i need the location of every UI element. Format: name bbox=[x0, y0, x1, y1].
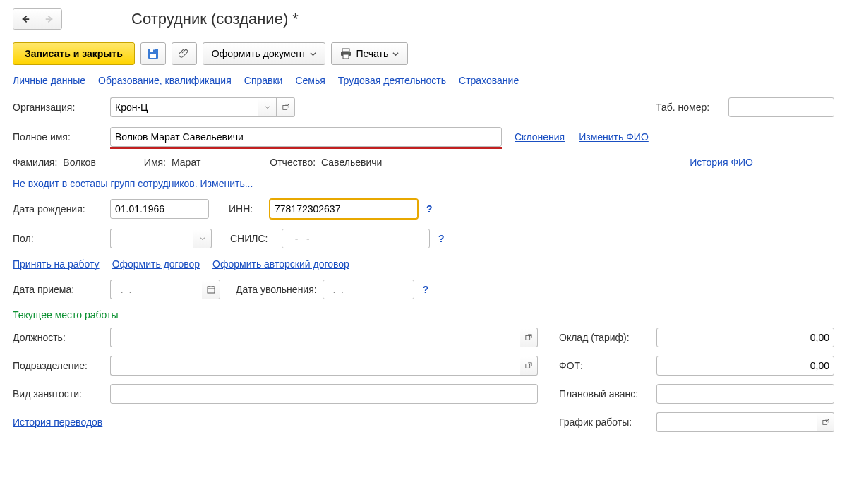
advance-label: Плановый аванс: bbox=[559, 388, 651, 400]
department-combo[interactable] bbox=[110, 356, 538, 376]
inn-help[interactable]: ? bbox=[426, 203, 433, 215]
firedate-label: Дата увольнения: bbox=[236, 284, 317, 295]
svg-rect-6 bbox=[342, 49, 349, 52]
fullname-input[interactable] bbox=[110, 127, 502, 147]
org-label: Организация: bbox=[13, 102, 104, 113]
open-button[interactable] bbox=[817, 412, 834, 432]
svg-rect-4 bbox=[150, 54, 156, 58]
svg-line-17 bbox=[529, 335, 531, 337]
print-button[interactable]: Печать bbox=[331, 42, 408, 65]
nav-back-button[interactable] bbox=[13, 9, 37, 29]
calendar-icon bbox=[207, 285, 215, 294]
fot-label: ФОТ: bbox=[559, 360, 651, 371]
employment-input[interactable] bbox=[110, 384, 538, 404]
salary-label: Оклад (тариф): bbox=[559, 332, 651, 343]
surname-label: Фамилия: bbox=[13, 157, 57, 168]
declensions-link[interactable]: Склонения bbox=[515, 131, 565, 143]
svg-rect-18 bbox=[526, 364, 530, 368]
advance-input[interactable] bbox=[656, 384, 834, 404]
svg-rect-5 bbox=[153, 50, 155, 52]
floppy-icon bbox=[148, 48, 159, 59]
organization-combo[interactable] bbox=[110, 97, 295, 117]
spellcheck-underline bbox=[114, 147, 312, 149]
snils-input[interactable] bbox=[282, 229, 430, 248]
inn-label: ИНН: bbox=[229, 203, 264, 215]
tab-family[interactable]: Семья bbox=[295, 75, 325, 86]
firedate-help[interactable]: ? bbox=[423, 284, 429, 295]
organization-input[interactable] bbox=[110, 97, 258, 117]
hiredate-group[interactable] bbox=[110, 280, 220, 299]
chevron-down-icon bbox=[310, 51, 316, 57]
tabs: Личные данные Образование, квалификация … bbox=[13, 75, 834, 86]
history-fio-link[interactable]: История ФИО bbox=[690, 157, 753, 168]
author-contract-link[interactable]: Оформить авторский договор bbox=[212, 258, 349, 270]
salary-input[interactable] bbox=[656, 328, 834, 347]
employment-label: Вид занятости: bbox=[13, 388, 104, 400]
open-button[interactable] bbox=[520, 356, 538, 376]
section-current-workplace: Текущее место работы bbox=[13, 309, 834, 320]
gender-label: Пол: bbox=[13, 233, 104, 244]
tab-education[interactable]: Образование, квалификация bbox=[98, 75, 232, 86]
schedule-label: График работы: bbox=[559, 416, 651, 428]
fot-input[interactable] bbox=[656, 356, 834, 376]
name-value: Марат bbox=[172, 157, 200, 168]
svg-point-9 bbox=[349, 52, 350, 54]
name-label: Имя: bbox=[144, 157, 166, 168]
gender-input[interactable] bbox=[110, 229, 193, 248]
svg-rect-16 bbox=[526, 336, 530, 340]
position-input[interactable] bbox=[110, 328, 520, 347]
position-combo[interactable] bbox=[110, 328, 538, 347]
hire-link[interactable]: Принять на работу bbox=[13, 258, 100, 270]
save-button[interactable] bbox=[140, 42, 166, 65]
gender-combo[interactable] bbox=[110, 229, 212, 248]
svg-rect-8 bbox=[343, 54, 349, 59]
chevron-down-icon bbox=[392, 51, 399, 57]
open-icon bbox=[282, 104, 289, 111]
schedule-input[interactable] bbox=[656, 412, 817, 432]
save-close-button[interactable]: Записать и закрыть bbox=[13, 42, 135, 65]
contract-link[interactable]: Оформить договор bbox=[112, 258, 200, 270]
position-label: Должность: bbox=[13, 332, 104, 343]
hiredate-input[interactable] bbox=[110, 280, 202, 299]
svg-rect-10 bbox=[282, 106, 287, 110]
dropdown-button[interactable] bbox=[193, 229, 212, 248]
department-input[interactable] bbox=[110, 356, 520, 376]
tab-work-activity[interactable]: Трудовая деятельность bbox=[338, 75, 446, 86]
paperclip-icon bbox=[179, 48, 190, 59]
attach-button[interactable] bbox=[172, 42, 197, 65]
tabnum-input[interactable] bbox=[728, 97, 834, 117]
firedate-input[interactable] bbox=[323, 280, 414, 299]
open-button[interactable] bbox=[520, 328, 538, 347]
groups-link[interactable]: Не входит в составы групп сотрудников. И… bbox=[13, 178, 253, 189]
department-label: Подразделение: bbox=[13, 360, 104, 371]
nav-forward-button[interactable] bbox=[37, 9, 61, 29]
page-title: Сотрудник (создание) * bbox=[131, 10, 299, 28]
transfer-history-link[interactable]: История переводов bbox=[13, 416, 102, 428]
calendar-button[interactable] bbox=[202, 280, 220, 299]
svg-rect-20 bbox=[823, 421, 827, 425]
hiredate-label: Дата приема: bbox=[13, 284, 104, 295]
open-button[interactable] bbox=[277, 97, 295, 117]
tab-certificates[interactable]: Справки bbox=[244, 75, 283, 86]
toolbar: Записать и закрыть Оформить документ Печ… bbox=[13, 42, 834, 65]
patronymic-value: Савельевичи bbox=[321, 157, 382, 168]
printer-icon bbox=[340, 48, 352, 59]
snils-help[interactable]: ? bbox=[438, 233, 445, 244]
change-fio-link[interactable]: Изменить ФИО bbox=[579, 131, 649, 143]
fullname-label: Полное имя: bbox=[13, 131, 104, 143]
dropdown-button[interactable] bbox=[258, 97, 277, 117]
tabnum-label: Таб. номер: bbox=[656, 102, 723, 113]
inn-input[interactable] bbox=[270, 199, 418, 219]
snils-label: СНИЛС: bbox=[230, 233, 276, 244]
birthdate-input[interactable] bbox=[110, 199, 209, 219]
surname-value: Волков bbox=[63, 157, 96, 168]
create-document-button[interactable]: Оформить документ bbox=[203, 42, 326, 65]
schedule-combo[interactable] bbox=[656, 412, 834, 432]
birthdate-label: Дата рождения: bbox=[13, 203, 104, 215]
svg-rect-12 bbox=[208, 287, 215, 293]
tab-personal[interactable]: Личные данные bbox=[13, 75, 85, 86]
tab-insurance[interactable]: Страхование bbox=[459, 75, 519, 86]
patronymic-label: Отчество: bbox=[270, 157, 316, 168]
